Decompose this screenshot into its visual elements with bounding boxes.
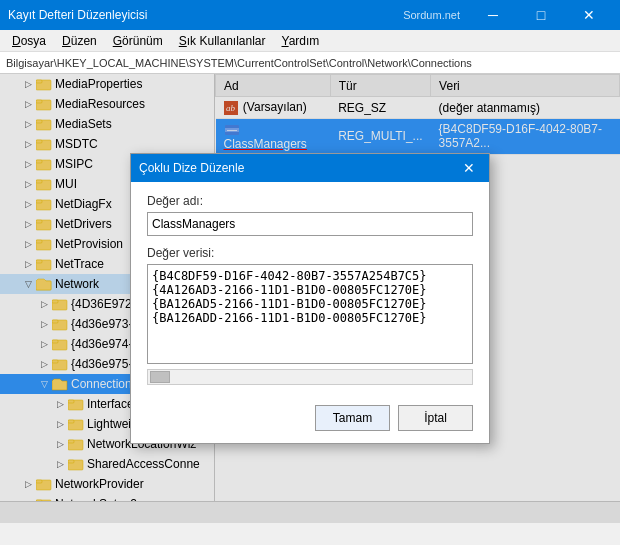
address-path: Bilgisayar\HKEY_LOCAL_MACHINE\SYSTEM\Cur…: [6, 57, 472, 69]
ok-button[interactable]: Tamam: [315, 405, 390, 431]
menu-sik[interactable]: Sık Kullanılanlar: [171, 32, 274, 50]
menu-dosya[interactable]: Dosya: [4, 32, 54, 50]
dialog-buttons: Tamam İptal: [131, 397, 489, 443]
window-controls: ─ □ ✕: [470, 0, 612, 30]
address-bar: Bilgisayar\HKEY_LOCAL_MACHINE\SYSTEM\Cur…: [0, 52, 620, 74]
main-area: ▷ MediaProperties ▷ MediaResources ▷ Med…: [0, 74, 620, 523]
menu-gorunum[interactable]: Görünüm: [105, 32, 171, 50]
brand-text: Sordum.net: [403, 9, 460, 21]
dialog-multi-string-edit: Çoklu Dize Düzenle ✕ Değer adı: Değer ve…: [130, 153, 490, 444]
textarea-container: {B4C8DF59-D16F-4042-80B7-3557A254B7C5} {…: [147, 264, 473, 367]
menu-bar: Dosya Düzen Görünüm Sık Kullanılanlar Ya…: [0, 30, 620, 52]
dialog-title-bar: Çoklu Dize Düzenle ✕: [131, 154, 489, 182]
dialog-content: Değer adı: Değer verisi: {B4C8DF59-D16F-…: [131, 182, 489, 397]
menu-yardim[interactable]: Yardım: [274, 32, 328, 50]
horizontal-scrollbar[interactable]: [147, 369, 473, 385]
value-name-label: Değer adı:: [147, 194, 473, 208]
value-data-label: Değer verisi:: [147, 246, 473, 260]
dialog-close-button[interactable]: ✕: [457, 156, 481, 180]
dialog-title: Çoklu Dize Düzenle: [139, 161, 244, 175]
value-name-input[interactable]: [147, 212, 473, 236]
dialog-overlay: Çoklu Dize Düzenle ✕ Değer adı: Değer ve…: [0, 74, 620, 523]
title-bar: Kayıt Defteri Düzenleyicisi Sordum.net ─…: [0, 0, 620, 30]
maximize-button[interactable]: □: [518, 0, 564, 30]
app-title: Kayıt Defteri Düzenleyicisi: [8, 8, 403, 22]
close-button[interactable]: ✕: [566, 0, 612, 30]
hscroll-thumb: [150, 371, 170, 383]
minimize-button[interactable]: ─: [470, 0, 516, 30]
cancel-button[interactable]: İptal: [398, 405, 473, 431]
menu-duzen[interactable]: Düzen: [54, 32, 105, 50]
value-data-textarea[interactable]: {B4C8DF59-D16F-4042-80B7-3557A254B7C5} {…: [147, 264, 473, 364]
